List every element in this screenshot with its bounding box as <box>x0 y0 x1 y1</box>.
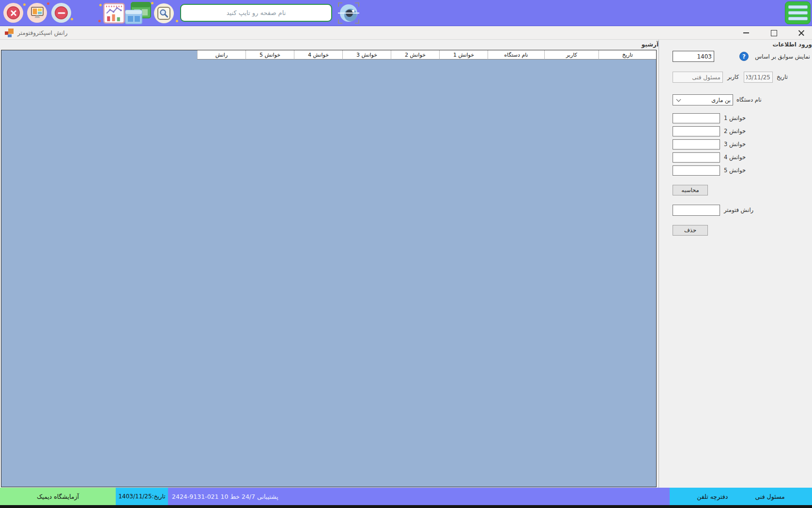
confetti-dot <box>99 4 102 6</box>
minus-glyph <box>55 6 68 19</box>
monitor-glyph <box>30 6 45 20</box>
delete-button[interactable]: حذف <box>673 225 708 236</box>
column-header-reading3[interactable]: خوانش 3 <box>342 50 391 60</box>
overlay-toolbar <box>0 0 812 26</box>
status-date-segment: تاریخ:1403/11/25 <box>116 488 168 505</box>
device-select-value: بن ماری <box>680 97 733 104</box>
calculate-button[interactable]: محاسبه <box>673 185 708 195</box>
window-close-button[interactable] <box>797 28 806 38</box>
status-right-segment: مسئول فنی دفترچه تلفن <box>670 488 812 505</box>
lab-name-segment: آزمایشگاه دیمیک <box>0 488 116 505</box>
reading-1-label: خوانش 1 <box>724 115 746 121</box>
archive-table-header: تاریخ کاربر نام دستگاه خوانش 1 خوانش 2 خ… <box>197 50 656 60</box>
drift-input[interactable] <box>673 205 720 216</box>
minimize-circle-icon[interactable] <box>51 3 71 23</box>
entry-panel-title: ورود اطلاعات <box>659 40 812 49</box>
column-header-user[interactable]: کاربر <box>544 50 598 60</box>
support-text: پشتیبانی 24/7 خط 10 021-9131-2424 <box>172 493 278 500</box>
window-minimize-button[interactable] <box>741 28 751 38</box>
filter-label: نمایش سوابق بر اساس تاریخ <box>754 53 810 60</box>
monitor-icon[interactable] <box>27 3 47 23</box>
status-bar: آزمایشگاه دیمیک تاریخ:1403/11/25 پشتیبان… <box>0 488 812 505</box>
column-header-drift[interactable]: رانش <box>197 50 245 60</box>
user-field <box>673 72 723 83</box>
chart-icon[interactable] <box>103 2 125 24</box>
date-field <box>744 72 773 83</box>
archive-panel: آرشیو تاریخ کاربر نام دستگاه خوانش 1 خوا… <box>0 40 659 488</box>
support-segment: پشتیبانی 24/7 خط 10 021-9131-2424 <box>168 488 670 505</box>
app-icon <box>5 29 14 37</box>
entry-panel: ورود اطلاعات نمایش سوابق بر اساس تاریخ ک… <box>659 40 812 488</box>
reading-3-label: خوانش 3 <box>724 141 746 148</box>
reading-2-label: خوانش 2 <box>724 128 746 134</box>
magnifier-icon[interactable] <box>154 3 174 23</box>
hamburger-menu-icon[interactable] <box>785 1 811 24</box>
confetti-dot <box>23 3 26 6</box>
device-label: نام دستگاه <box>736 96 762 103</box>
reading-5-label: خوانش 5 <box>724 167 746 174</box>
help-icon[interactable] <box>739 52 749 61</box>
drift-label: رانش فتومتر <box>724 207 753 213</box>
page-name-input[interactable] <box>180 4 332 22</box>
column-header-reading1[interactable]: خوانش 1 <box>439 50 488 60</box>
close-x-glyph <box>7 6 20 19</box>
archive-table: تاریخ کاربر نام دستگاه خوانش 1 خوانش 2 خ… <box>1 50 657 487</box>
role-text: مسئول فنی <box>755 493 784 500</box>
eye-scan-icon[interactable] <box>338 2 359 24</box>
window-titlebar: رانش اسپکتروفتومتر <box>0 26 812 40</box>
windows-layout-icon[interactable] <box>124 1 152 25</box>
reading-4-input[interactable] <box>673 152 720 163</box>
reading-4-label: خوانش 4 <box>724 154 746 161</box>
column-header-reading5[interactable]: خوانش 5 <box>245 50 294 60</box>
window-title: رانش اسپکتروفتومتر <box>17 30 67 36</box>
device-select[interactable]: بن ماری <box>673 94 733 105</box>
window-maximize-button[interactable] <box>769 28 779 38</box>
reading-2-input[interactable] <box>673 126 720 136</box>
column-header-device[interactable]: نام دستگاه <box>488 50 544 60</box>
date-label: تاریخ <box>777 74 788 80</box>
column-header-reading2[interactable]: خوانش 2 <box>391 50 439 60</box>
app-window: رانش اسپکتروفتومتر آرشیو تاریخ کاربر نام… <box>0 0 812 508</box>
confetti-dot <box>47 2 49 5</box>
filter-year-input[interactable] <box>673 51 714 62</box>
reading-3-input[interactable] <box>673 139 720 149</box>
confetti-dot <box>176 20 178 22</box>
confetti-dot <box>98 20 101 22</box>
bottom-edge <box>0 505 812 508</box>
phonebook-button[interactable]: دفترچه تلفن <box>697 493 728 500</box>
column-header-date[interactable]: تاریخ <box>598 50 656 60</box>
archive-panel-title: آرشیو <box>0 40 659 49</box>
reading-1-input[interactable] <box>673 113 720 123</box>
user-label: کاربر <box>727 74 739 80</box>
reading-5-input[interactable] <box>673 165 720 176</box>
confetti-dot <box>71 18 73 20</box>
close-circle-icon[interactable] <box>3 3 23 23</box>
magnifier-frame <box>157 7 170 20</box>
column-header-reading4[interactable]: خوانش 4 <box>294 50 342 60</box>
